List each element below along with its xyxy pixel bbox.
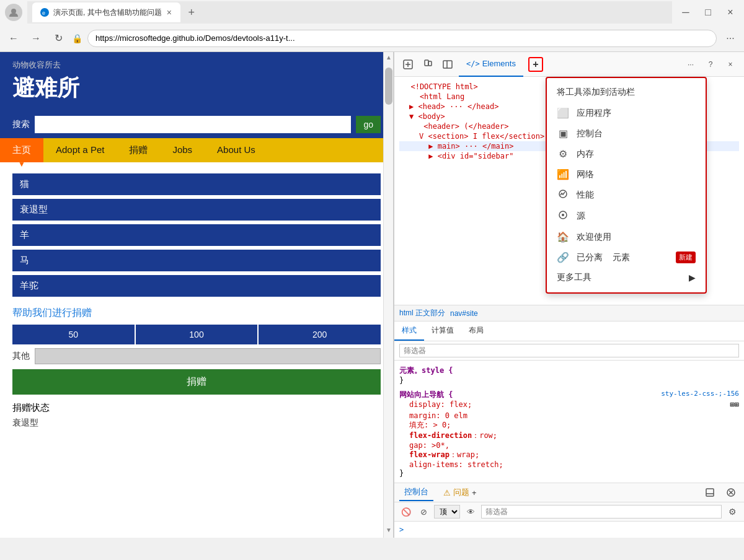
svg-rect-5 <box>428 61 432 66</box>
style-display: display: flex; <box>399 400 472 409</box>
nav-grid-icon-row: display: flex; ⊞⊞ <box>399 400 739 409</box>
donation-title-prefix: 帮 <box>12 307 22 318</box>
breadcrumb-nav[interactable]: nav#site <box>450 309 478 318</box>
console-filter-ban-icon[interactable]: 🚫 <box>399 505 413 518</box>
svg-point-0 <box>11 9 16 14</box>
filter-input[interactable] <box>399 344 739 357</box>
avatar <box>5 4 22 21</box>
donation-amount-50[interactable]: 50 <box>12 325 135 344</box>
console-level-select[interactable]: 顶 <box>434 505 460 518</box>
site-nav-adopt[interactable]: Adopt a Pet <box>43 138 117 162</box>
site-nav-jobs[interactable]: Jobs <box>160 138 205 162</box>
site-nav: 主页 Adopt a Pet 捐赠 Jobs About Us <box>0 138 393 162</box>
devtools-tab-elements[interactable]: </> Elements <box>459 52 523 77</box>
console-eye-icon[interactable]: 👁 <box>464 505 477 518</box>
svg-rect-11 <box>706 489 714 496</box>
dropdown-item-elements-label: 元素 <box>613 252 630 263</box>
address-input[interactable] <box>87 30 717 47</box>
dropdown-item-welcome[interactable]: 🏠 欢迎使用 <box>547 227 706 247</box>
donation-other-label: 其他 <box>12 351 30 362</box>
scroll-down-arrow[interactable]: ▼ <box>384 525 393 535</box>
dropdown-item-console[interactable]: ▣ 控制台 <box>547 123 706 144</box>
browser-menu-button[interactable]: ··· <box>722 30 739 47</box>
style-padding: 填充: > 0; <box>399 420 739 431</box>
donation-other-input[interactable] <box>35 348 381 364</box>
site-search-input[interactable] <box>35 116 351 133</box>
welcome-icon: 🏠 <box>557 231 569 243</box>
refresh-button[interactable]: ↻ <box>50 30 67 47</box>
console-plus[interactable]: + <box>472 488 477 497</box>
console-icon: ▣ <box>557 128 569 139</box>
element-style-close: } <box>399 376 739 385</box>
grid-icon[interactable]: ⊞⊞ <box>730 400 739 409</box>
svg-text:e: e <box>42 10 45 16</box>
animal-list: 猫 衰退型 羊 马 羊驼 <box>12 173 381 297</box>
console-clear-button[interactable] <box>723 484 739 501</box>
donate-button[interactable]: 捐赠 <box>12 369 381 395</box>
memory-icon: ⚙ <box>557 148 569 160</box>
forward-button[interactable]: → <box>27 30 45 47</box>
breadcrumb-html[interactable]: html 正文部分 <box>399 308 445 318</box>
site-nav-donate[interactable]: 捐赠 <box>117 138 160 162</box>
dropdown-item-network[interactable]: 📶 网络 <box>547 164 706 185</box>
sources-icon <box>557 210 569 222</box>
elements-tab-label: Elements <box>482 59 516 68</box>
site-search-button[interactable]: go <box>356 116 381 133</box>
styles-tab-computed[interactable]: 计算值 <box>424 322 461 341</box>
devtools-more-button[interactable]: ··· <box>682 56 699 73</box>
style-margin: margin: 0 elm <box>399 411 739 420</box>
console-arrow[interactable]: > <box>399 525 404 534</box>
dropdown-item-performance[interactable]: 性能 <box>547 185 706 206</box>
close-window-button[interactable]: × <box>722 4 739 21</box>
scrollbar[interactable]: ▲ ▼ <box>383 52 393 538</box>
donation-title-highlight: 助我们进行捐赠 <box>22 307 92 318</box>
maximize-button[interactable]: □ <box>699 4 717 21</box>
minimize-button[interactable]: ─ <box>677 4 694 21</box>
breadcrumb: html 正文部分 nav#site <box>394 305 744 322</box>
nav-style-close: } <box>399 469 739 478</box>
devtools-inspect-button[interactable] <box>399 56 417 73</box>
tab-close-button[interactable]: × <box>166 7 173 17</box>
active-tab[interactable]: e 演示页面, 其中包含辅助功能问题 × <box>32 2 180 22</box>
tab-title: 演示页面, 其中包含辅助功能问题 <box>53 7 162 18</box>
style-flex-direction: flex-direction：row; <box>399 431 739 441</box>
dropdown-item-detached-label: 已分离 <box>577 252 603 263</box>
donation-amount-100[interactable]: 100 <box>136 325 258 344</box>
console-settings-icon[interactable]: ⚙ <box>725 505 739 518</box>
site-nav-home[interactable]: 主页 <box>0 138 43 162</box>
back-button[interactable]: ← <box>5 30 22 47</box>
site-nav-about[interactable]: About Us <box>205 138 268 162</box>
site-content: 猫 衰退型 羊 马 羊驼 帮助我们进行捐赠 50 100 200 其他 <box>0 162 393 435</box>
status-title: 捐赠状态 <box>12 402 381 414</box>
more-tools-label: 更多工具 <box>557 272 591 283</box>
new-tab-button[interactable]: + <box>183 4 200 21</box>
devtools-sidebar-button[interactable] <box>439 56 456 73</box>
title-bar: e 演示页面, 其中包含辅助功能问题 × + ─ □ × <box>0 0 744 25</box>
dropdown-more-tools[interactable]: 更多工具 ▶ <box>547 268 706 287</box>
console-tab-console[interactable]: 控制台 <box>399 484 433 501</box>
devtools-close-button[interactable]: × <box>722 56 739 73</box>
tab-favicon-icon: e <box>40 7 50 17</box>
styles-tab-styles[interactable]: 样式 <box>394 322 424 341</box>
dropdown-item-sources[interactable]: 源 <box>547 206 706 227</box>
dropdown-item-app[interactable]: ⬜ 应用程序 <box>547 103 706 123</box>
dropdown-item-detached-elements[interactable]: 🔗 已分离 元素 新建 <box>547 247 706 268</box>
devtools-add-tab-button[interactable]: + <box>528 57 543 72</box>
devtools-device-button[interactable] <box>419 56 436 73</box>
console-filter-input[interactable] <box>481 505 722 518</box>
console-dock-button[interactable] <box>702 484 718 501</box>
donation-amount-200[interactable]: 200 <box>259 325 381 344</box>
console-filter-block-icon[interactable]: ⊘ <box>417 505 430 518</box>
dropdown-item-console-label: 控制台 <box>577 128 603 139</box>
dropdown-item-memory[interactable]: ⚙ 内存 <box>547 144 706 164</box>
dropdown-item-network-label: 网络 <box>577 169 594 180</box>
console-issues-label[interactable]: 问题 <box>453 487 469 498</box>
console-tab-issues[interactable]: ⚠ 问题 + <box>438 484 482 501</box>
scroll-up-arrow[interactable]: ▲ <box>384 52 393 63</box>
scroll-thumb[interactable] <box>385 68 392 105</box>
devtools-help-button[interactable]: ? <box>702 56 719 73</box>
window-controls-left <box>5 4 22 21</box>
website-preview: 动物收容所去 避难所 搜索 go 主页 Adopt a Pet 捐赠 Jobs … <box>0 52 394 538</box>
styles-tab-layout[interactable]: 布局 <box>461 322 491 341</box>
site-brand-main: 避难所 <box>12 73 381 103</box>
